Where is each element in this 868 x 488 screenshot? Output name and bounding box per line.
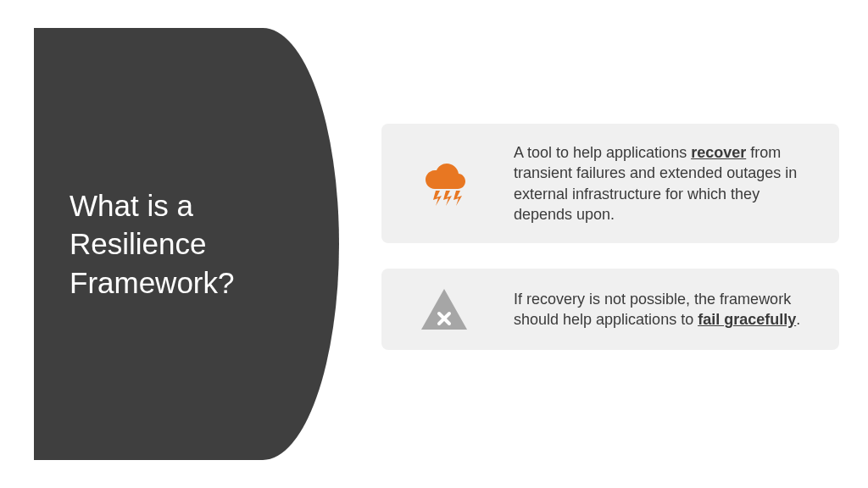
svg-marker-0 (433, 191, 442, 206)
card-recover-text: A tool to help applications recover from… (514, 142, 814, 225)
svg-marker-1 (443, 191, 452, 206)
card-fail: If recovery is not possible, the framewo… (381, 269, 839, 350)
svg-marker-2 (453, 191, 462, 206)
content-panel: A tool to help applications recover from… (381, 124, 839, 350)
card-recover: A tool to help applications recover from… (381, 124, 839, 243)
title-panel: What is a Resilience Framework? (34, 28, 339, 460)
card-fail-text: If recovery is not possible, the framewo… (514, 289, 814, 330)
storm-cloud-icon (417, 162, 471, 206)
warning-x-icon (417, 287, 471, 331)
slide-title: What is a Resilience Framework? (70, 186, 263, 302)
